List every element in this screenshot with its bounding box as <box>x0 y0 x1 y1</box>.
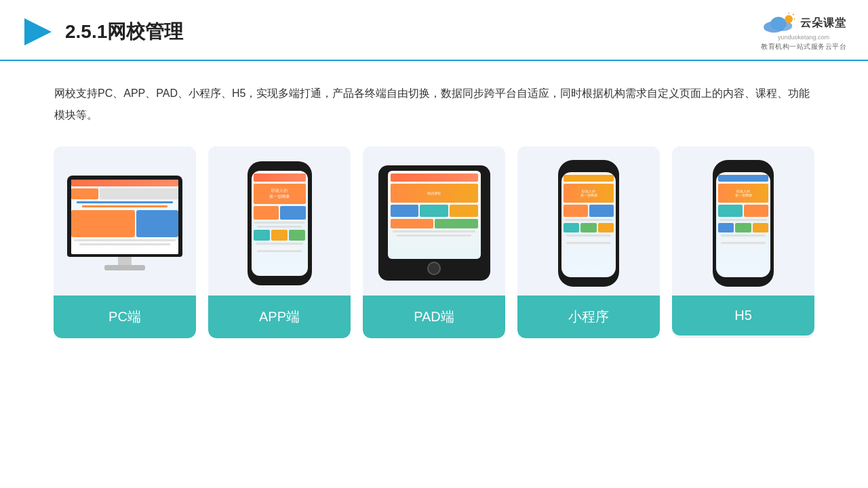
svg-marker-0 <box>24 18 52 45</box>
card-h5: 职途人的第一堂网课 <box>672 146 814 338</box>
card-miniprogram-label: 小程序 <box>517 296 660 338</box>
card-pc-label: PC端 <box>54 296 196 338</box>
card-miniprogram-image: 职途人的第一堂网课 <box>517 146 660 296</box>
miniprogram-phone-screen: 职途人的第一堂网课 <box>561 172 616 277</box>
title-main: 网校管理 <box>107 21 183 42</box>
description-paragraph: 网校支持PC、APP、PAD、小程序、H5，实现多端打通，产品各终端自由切换，数… <box>54 83 814 126</box>
logo-url: yunduoketang.com <box>778 34 829 41</box>
card-pc-image <box>54 146 196 296</box>
tablet-home-button <box>427 262 441 275</box>
logo-text: 云朵课堂 <box>800 16 846 30</box>
description-text: 网校支持PC、APP、PAD、小程序、H5，实现多端打通，产品各终端自由切换，数… <box>0 61 868 140</box>
miniprogram-screen-inner: 职途人的第一堂网课 <box>561 172 616 277</box>
card-app-label: APP端 <box>208 296 351 338</box>
cloud-svg-icon <box>761 12 796 34</box>
page-header: 2.5.1网校管理 云朵课堂 yunduoketang.com 教育机构一站式服… <box>0 0 868 61</box>
title-prefix: 2.5.1 <box>65 21 107 42</box>
card-pad-label: PAD端 <box>363 296 505 338</box>
header-left: 2.5.1网校管理 <box>22 16 183 48</box>
h5-phone-notch <box>733 160 753 165</box>
miniprogram-mockup: 职途人的第一堂网课 <box>558 160 619 287</box>
monitor-content <box>71 180 178 254</box>
h5-mockup: 职途人的第一堂网课 <box>713 160 774 287</box>
phone-screen: 职途人的第一堂网课 <box>252 171 308 276</box>
app-mockup: 职途人的第一堂网课 <box>248 161 312 285</box>
svg-line-6 <box>793 14 794 16</box>
play-icon <box>22 16 54 48</box>
phone-screen-inner: 职途人的第一堂网课 <box>252 171 308 276</box>
svg-point-3 <box>770 17 787 30</box>
cards-container: PC端 职途人的第一堂网课 <box>0 140 868 352</box>
tablet-outer: 精品课程 <box>378 165 490 281</box>
monitor-base <box>104 265 145 270</box>
card-h5-image: 职途人的第一堂网课 <box>672 146 814 296</box>
logo-icon: 云朵课堂 <box>761 12 846 34</box>
tablet-screen-inner: 精品课程 <box>388 171 481 259</box>
monitor-outer <box>67 176 182 257</box>
card-app-image: 职途人的第一堂网课 <box>208 146 351 296</box>
monitor-neck <box>118 257 132 265</box>
card-miniprogram: 职途人的第一堂网课 <box>517 146 660 338</box>
pc-mockup <box>67 176 182 270</box>
h5-screen-inner: 职途人的第一堂网课 <box>716 172 770 277</box>
card-app: 职途人的第一堂网课 <box>208 146 351 338</box>
monitor-screen <box>71 180 178 254</box>
h5-phone-screen: 职途人的第一堂网课 <box>716 172 770 277</box>
phone-notch <box>578 160 599 165</box>
logo-sub: 教育机构一站式服务云平台 <box>761 42 846 52</box>
card-h5-label: H5 <box>672 296 814 336</box>
pad-mockup: 精品课程 <box>378 165 490 281</box>
phone-outer: 职途人的第一堂网课 <box>248 161 312 285</box>
miniprogram-phone-outer: 职途人的第一堂网课 <box>558 160 619 287</box>
svg-point-4 <box>785 15 793 23</box>
h5-phone-outer: 职途人的第一堂网课 <box>713 160 774 287</box>
page-title: 2.5.1网校管理 <box>65 19 183 45</box>
card-pad-image: 精品课程 <box>363 146 505 296</box>
logo-area: 云朵课堂 yunduoketang.com 教育机构一站式服务云平台 <box>761 12 846 52</box>
card-pc: PC端 <box>54 146 196 338</box>
tablet-screen: 精品课程 <box>388 171 481 259</box>
card-pad: 精品课程 <box>363 146 505 338</box>
